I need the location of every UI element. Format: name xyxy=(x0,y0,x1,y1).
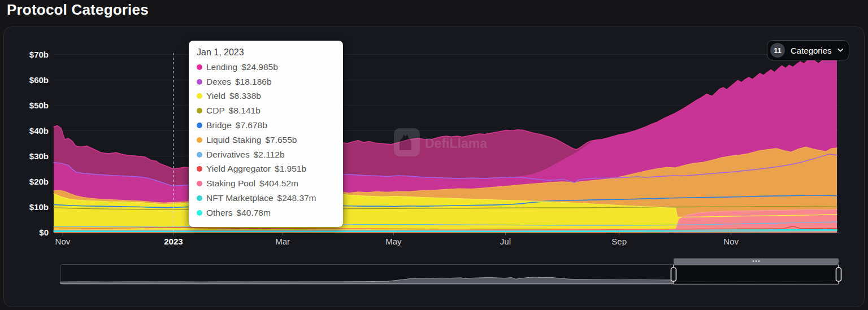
tooltip-item: CDP$8.141b xyxy=(197,103,335,118)
brush-handle-left[interactable] xyxy=(671,268,676,281)
tooltip-item: NFT Marketplace$248.37m xyxy=(197,191,335,206)
brush-grip-dot-icon xyxy=(758,260,760,262)
tooltip-item-name: Liquid Staking xyxy=(206,135,261,145)
tooltip-item-name: Bridge xyxy=(206,120,232,130)
page: Protocol Categories DefiLlama $0$10b$20b… xyxy=(0,0,868,310)
tooltip-items: Lending$24.985bDexes$18.186bYield$8.338b… xyxy=(197,60,335,220)
x-axis-label: 2023 xyxy=(164,237,183,246)
x-axis-label: Nov xyxy=(55,237,71,246)
tooltip-item-value: $8.338b xyxy=(229,91,261,101)
tooltip-item-name: Yield Aggregator xyxy=(206,164,271,174)
brush-grip-dot-icon xyxy=(753,260,754,262)
x-axis-label: Mar xyxy=(275,237,290,246)
protocol-categories-chart: DefiLlama $0$10b$20b$30b$40b$50b$60b$70b… xyxy=(0,0,868,310)
chart-tooltip: Jan 1, 2023 Lending$24.985bDexes$18.186b… xyxy=(189,41,343,227)
tooltip-item: Yield$8.338b xyxy=(197,89,335,104)
tooltip-item: Yield Aggregator$1.951b xyxy=(197,162,335,177)
categories-count-badge: 11 xyxy=(770,43,785,58)
tooltip-item-name: Others xyxy=(206,208,233,218)
tooltip-item: Staking Pool$404.52m xyxy=(197,176,335,191)
categories-label: Categories xyxy=(791,46,832,55)
tooltip-item-name: Derivatives xyxy=(206,150,250,160)
y-axis-label: $40b xyxy=(29,126,49,136)
legend-dot-icon xyxy=(197,108,202,113)
tooltip-item-name: Staking Pool xyxy=(206,178,255,189)
legend-dot-icon xyxy=(197,181,202,186)
tooltip-item-value: $248.37m xyxy=(277,193,316,203)
legend-dot-icon xyxy=(197,123,202,128)
tooltip-item-value: $404.52m xyxy=(259,178,298,189)
y-axis-label: $10b xyxy=(29,202,49,212)
legend-dot-icon xyxy=(197,152,202,158)
brush-minimap-area-selected xyxy=(674,281,839,283)
tooltip-item: Dexes$18.186b xyxy=(197,75,335,89)
tooltip-item-value: $24.985b xyxy=(241,62,278,72)
y-axis-label: $30b xyxy=(29,151,49,161)
y-axis-label: $0 xyxy=(39,228,49,237)
tooltip-item-value: $2.112b xyxy=(254,150,285,160)
brush-grip-dot-icon xyxy=(756,260,757,262)
legend-dot-icon xyxy=(197,93,202,99)
y-axis-label: $50b xyxy=(29,101,49,110)
tooltip-item: Bridge$7.678b xyxy=(197,118,335,133)
x-axis-label: Jul xyxy=(500,237,511,246)
legend-dot-icon xyxy=(197,195,202,201)
tooltip-item: Liquid Staking$7.655b xyxy=(197,133,335,147)
tooltip-item: Lending$24.985b xyxy=(197,60,335,75)
brush-handle-right[interactable] xyxy=(836,268,841,281)
tooltip-item-name: CDP xyxy=(206,106,225,116)
tooltip-item: Derivatives$2.112b xyxy=(197,147,335,162)
x-axis-label: May xyxy=(385,237,402,246)
tooltip-item-value: $8.141b xyxy=(229,106,261,116)
watermark-text: DefiLlama xyxy=(425,136,487,151)
tooltip-item-value: $40.78m xyxy=(237,208,271,218)
tooltip-item-value: $7.655b xyxy=(265,135,297,145)
tooltip-item-value: $1.951b xyxy=(275,164,306,174)
x-axis-label: Sep xyxy=(611,237,627,246)
tooltip-item-name: Yield xyxy=(206,91,225,101)
tooltip-item: Others$40.78m xyxy=(197,206,335,220)
legend-dot-icon xyxy=(197,64,202,70)
chevron-down-icon xyxy=(837,48,843,53)
legend-dot-icon xyxy=(197,166,202,172)
tooltip-item-name: NFT Marketplace xyxy=(206,193,274,203)
y-axis-label: $60b xyxy=(29,75,49,85)
tooltip-item-value: $7.678b xyxy=(236,120,267,130)
tooltip-item-name: Dexes xyxy=(206,77,231,87)
legend-dot-icon xyxy=(197,210,202,216)
tooltip-date: Jan 1, 2023 xyxy=(197,47,335,58)
x-axis-label: Nov xyxy=(723,237,739,246)
y-axis-label: $70b xyxy=(29,50,49,59)
tooltip-item-value: $18.186b xyxy=(235,77,272,87)
y-axis-label: $20b xyxy=(29,177,49,186)
legend-dot-icon xyxy=(197,79,202,85)
tooltip-item-name: Lending xyxy=(206,62,237,72)
categories-dropdown-button[interactable]: 11 Categories xyxy=(767,40,849,60)
legend-dot-icon xyxy=(197,137,202,143)
